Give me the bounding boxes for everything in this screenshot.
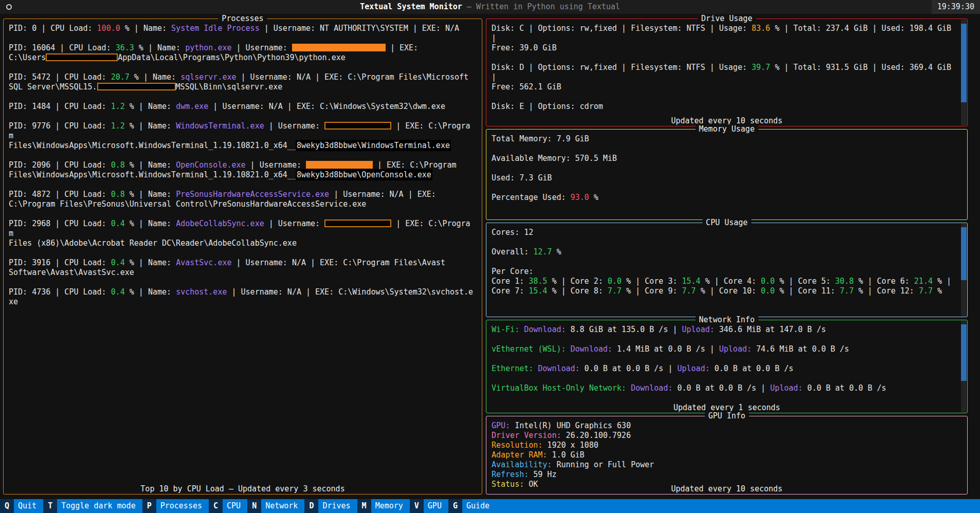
text-segment: % | Core 8: (547, 286, 607, 296)
text-segment: Available Memory: 570.5 MiB (492, 154, 617, 163)
text-segment: 346.6 MiB at 147.0 B /s (715, 325, 826, 334)
drive-row: Disk: C | Options: rw,fixed | Filesystem… (492, 24, 960, 53)
drive-scrollbar[interactable] (961, 20, 967, 125)
gpu-row: Resolution: 1920 x 1080 (492, 441, 960, 450)
text-segment: 30.8 (835, 277, 854, 286)
text-segment: C:\Program Files\PreSonus\Universal Cont… (9, 199, 366, 209)
text-segment: % | Name: (125, 160, 176, 170)
memory-usage-list: Total Memory: 7.9 GiBAvailable Memory: 5… (486, 130, 967, 219)
text-segment: 15.4 (682, 277, 700, 286)
gpu-row: Refresh: 59 Hz (492, 470, 960, 480)
text-segment: | Username: N/A | EXE: C:\Windows\System… (208, 102, 445, 111)
text-segment: | Username: N/A | EXE: C:\Program Files\… (232, 258, 445, 267)
cpu-row: Core 1: 38.5 % | Core 2: 0.0 % | Core 3:… (492, 277, 960, 296)
text-segment: 0.0 B at 0.0 B /s (710, 364, 793, 373)
text-segment (566, 344, 571, 354)
process-row: PID: 5472 | CPU Load: 20.7 % | Name: sql… (9, 72, 475, 92)
gpu-info-panel-caption: Updated every 10 seconds (667, 484, 786, 494)
drive-scrollbar-thumb[interactable] (961, 24, 967, 102)
text-segment: Total Memory: 7.9 GiB (492, 134, 589, 143)
text-segment: 15.4 (529, 286, 547, 296)
process-row: PID: 2096 | CPU Load: 0.8 % | Name: Open… (9, 160, 475, 180)
text-segment: | Username: N/A | EXE: C:\Program Files\… (237, 72, 469, 82)
footer-binding-guide[interactable]: GGuide (448, 499, 496, 513)
drive-usage-panel: Drive Usage Disk: C | Options: rw,fixed … (486, 19, 968, 126)
footer-binding-cpu[interactable]: CCPU (209, 499, 247, 513)
redaction-box (46, 53, 118, 61)
text-segment: OpenConsole.exe (176, 160, 245, 170)
binding-key: D (304, 499, 318, 513)
footer-binding-drives[interactable]: DDrives (304, 499, 357, 513)
text-segment: Used: 7.3 GiB (492, 173, 552, 182)
text-segment: PID: 3916 | CPU Load: (9, 258, 111, 267)
text-segment: Per Core: (492, 267, 533, 276)
text-segment (519, 325, 524, 334)
redaction-box (97, 83, 176, 90)
process-row: PID: 9776 | CPU Load: 1.2 % | Name: Wind… (9, 121, 475, 151)
text-segment: | EXE: C:\Program (373, 160, 457, 170)
text-segment: 26.20.100.7926 (561, 431, 630, 440)
text-segment: 83.6 (752, 24, 770, 33)
text-segment: Files\WindowsApps\Microsoft.WindowsTermi… (9, 170, 297, 179)
app-icon[interactable] (6, 4, 12, 10)
footer-binding-toggle-dark-mode[interactable]: TToggle dark mode (43, 499, 142, 513)
footer-binding-quit[interactable]: QQuit (0, 499, 43, 513)
footer-binding-memory[interactable]: MMemory (357, 499, 410, 513)
text-segment: Adapter RAM: (492, 450, 547, 460)
processes-panel: Processes PID: 0 | CPU Load: 100.0 % | N… (3, 19, 482, 494)
text-segment: % (933, 286, 942, 296)
gpu-row: Availability: Running or Full Power (492, 460, 960, 470)
text-segment: | Username: (232, 43, 292, 52)
text-segment: | Username: N/A | EXE: (329, 190, 436, 199)
text-segment: | Username: NT AUTHORITY\SYSTEM | EXE: N… (260, 24, 459, 33)
text-segment: AppData\Local\Programs\Python\Python39\p… (118, 53, 346, 62)
text-segment: 0.0 B at 0.0 B /s | (673, 383, 770, 393)
text-segment: 74.6 MiB at 0.0 B /s (752, 344, 849, 354)
text-segment: | Username: (264, 219, 324, 228)
redaction-box (292, 44, 386, 51)
drive-usage-list[interactable]: Disk: C | Options: rw,fixed | Filesystem… (486, 19, 967, 126)
text-segment: Overall: (492, 247, 533, 256)
text-segment: 20.7 (111, 72, 130, 82)
text-segment: C:\Users (9, 53, 46, 62)
text-segment: Core 1: (492, 277, 529, 286)
text-segment: 100.0 (97, 24, 120, 33)
text-segment (533, 364, 538, 373)
header-bar: Textual System Monitor — Written in Pyth… (0, 0, 980, 14)
text-segment: % | Core 4: (700, 277, 760, 286)
cpu-usage-list[interactable]: Cores: 12Overall: 12.7 %Per Core:Core 1:… (486, 223, 967, 317)
text-segment: 1.0 GiB (547, 450, 584, 460)
footer-binding-processes[interactable]: PProcesses (142, 499, 209, 513)
cpu-scrollbar[interactable] (961, 224, 967, 316)
footer-binding-network[interactable]: NNetwork (247, 499, 304, 513)
text-segment: 21.4 (914, 277, 933, 286)
text-segment: % (552, 247, 561, 256)
right-column: Drive Usage Disk: C | Options: rw,fixed … (486, 19, 968, 494)
text-segment: % | Core 9: (622, 286, 682, 296)
cpu-scrollbar-thumb[interactable] (961, 227, 967, 280)
text-segment: Files (x86)\Adobe\Acrobat Reader DC\Read… (9, 239, 297, 248)
text-segment: % (589, 193, 598, 202)
binding-key: N (247, 499, 261, 513)
text-segment: Percentage Used: (492, 193, 571, 202)
text-segment: % | Name: (130, 72, 180, 82)
text-segment: Download: (524, 325, 566, 334)
text-segment: PID: 2096 | CPU Load: (9, 160, 111, 170)
text-segment: Availability: (492, 460, 552, 469)
text-segment: 7.7 (608, 286, 622, 296)
text-segment: | Username: (264, 121, 324, 131)
network-row: Ethernet: Download: 0.0 B at 0.0 B /s | … (492, 364, 960, 374)
footer-binding-gpu[interactable]: VGPU (410, 499, 448, 513)
text-segment: 59 Hz (529, 470, 556, 479)
network-scrollbar-thumb[interactable] (961, 324, 967, 381)
text-segment: 0.0 B at 0.0 B /s (803, 383, 886, 393)
text-segment: Intel(R) UHD Graphics 630 (510, 421, 631, 430)
text-segment: % | Name: (125, 219, 176, 228)
network-info-list[interactable]: Wi-Fi: Download: 8.8 GiB at 135.0 B /s |… (486, 320, 967, 413)
processes-list[interactable]: PID: 0 | CPU Load: 100.0 % | Name: Syste… (4, 19, 482, 494)
drive-row: Disk: D | Options: rw,fixed | Filesystem… (492, 63, 960, 92)
text-segment: | EXE: (386, 43, 418, 52)
network-scrollbar[interactable] (961, 321, 967, 412)
binding-key: Q (0, 499, 14, 513)
main-area: Processes PID: 0 | CPU Load: 100.0 % | N… (0, 14, 980, 499)
